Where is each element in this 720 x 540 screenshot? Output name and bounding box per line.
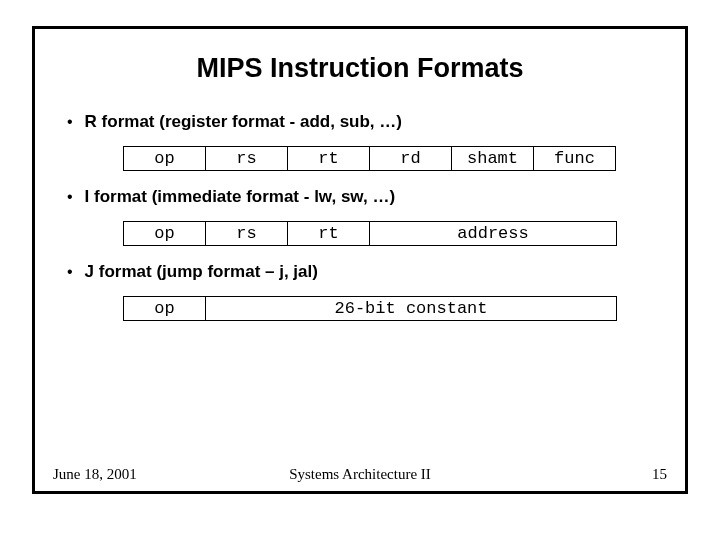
slide-frame: MIPS Instruction Formats • R format (reg… (32, 26, 688, 494)
footer-page-number: 15 (652, 466, 667, 483)
slide-content: • R format (register format - add, sub, … (35, 112, 685, 321)
i-rt-cell: rt (288, 222, 370, 246)
r-op-cell: op (124, 147, 206, 171)
r-shamt-cell: shamt (452, 147, 534, 171)
i-address-cell: address (370, 222, 617, 246)
r-rs-cell: rs (206, 147, 288, 171)
bullet-dot: • (67, 263, 73, 281)
i-rs-cell: rs (206, 222, 288, 246)
bullet-dot: • (67, 188, 73, 206)
footer-date: June 18, 2001 (53, 466, 137, 483)
j-constant-cell: 26-bit constant (206, 297, 617, 321)
i-op-cell: op (124, 222, 206, 246)
r-rt-cell: rt (288, 147, 370, 171)
bullet-r-format: • R format (register format - add, sub, … (63, 112, 657, 132)
r-rd-cell: rd (370, 147, 452, 171)
j-format-table: op 26-bit constant (123, 296, 617, 321)
slide-title: MIPS Instruction Formats (35, 53, 685, 84)
bullet-i-format: • I format (immediate format - lw, sw, …… (63, 187, 657, 207)
bullet-j-text: J format (jump format – j, jal) (85, 262, 318, 282)
i-format-table: op rs rt address (123, 221, 617, 246)
bullet-dot: • (67, 113, 73, 131)
j-op-cell: op (124, 297, 206, 321)
bullet-i-text: I format (immediate format - lw, sw, …) (85, 187, 395, 207)
slide-footer: June 18, 2001 Systems Architecture II 15 (35, 466, 685, 483)
r-func-cell: func (534, 147, 616, 171)
bullet-r-text: R format (register format - add, sub, …) (85, 112, 402, 132)
r-format-table: op rs rt rd shamt func (123, 146, 616, 171)
bullet-j-format: • J format (jump format – j, jal) (63, 262, 657, 282)
